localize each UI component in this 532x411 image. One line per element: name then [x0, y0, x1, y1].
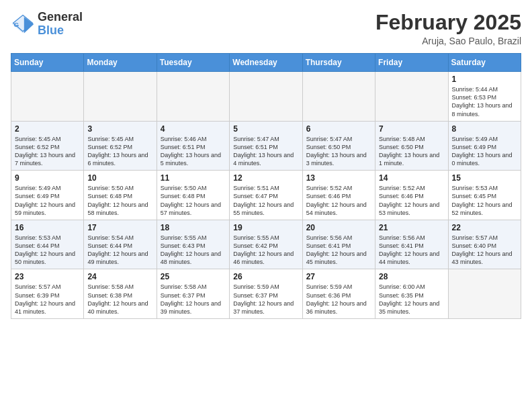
header: G General Blue February 2025 Aruja, Sao … — [11, 11, 521, 46]
day-cell: 24Sunrise: 5:58 AM Sunset: 6:38 PM Dayli… — [84, 269, 157, 319]
day-number: 7 — [379, 124, 444, 134]
day-cell: 14Sunrise: 5:52 AM Sunset: 6:46 PM Dayli… — [375, 171, 448, 220]
day-info: Sunrise: 5:50 AM Sunset: 6:48 PM Dayligh… — [87, 184, 152, 217]
svg-marker-1 — [24, 17, 34, 33]
day-cell: 3Sunrise: 5:45 AM Sunset: 6:52 PM Daylig… — [84, 121, 157, 171]
month-title: February 2025 — [375, 11, 521, 34]
day-cell: 16Sunrise: 5:53 AM Sunset: 6:44 PM Dayli… — [11, 220, 84, 269]
day-number: 21 — [379, 223, 444, 232]
weekday-header-saturday: Saturday — [448, 54, 521, 72]
day-info: Sunrise: 5:45 AM Sunset: 6:52 PM Dayligh… — [87, 135, 152, 168]
day-number: 15 — [452, 173, 517, 183]
day-info: Sunrise: 5:50 AM Sunset: 6:48 PM Dayligh… — [161, 184, 226, 217]
day-cell: 23Sunrise: 5:57 AM Sunset: 6:39 PM Dayli… — [11, 269, 84, 319]
day-info: Sunrise: 5:53 AM Sunset: 6:44 PM Dayligh… — [15, 234, 80, 267]
location: Aruja, Sao Paulo, Brazil — [375, 36, 521, 46]
day-number: 26 — [233, 272, 298, 281]
day-number: 10 — [87, 173, 152, 183]
day-cell: 15Sunrise: 5:53 AM Sunset: 6:45 PM Dayli… — [448, 171, 521, 220]
page: G General Blue February 2025 Aruja, Sao … — [0, 0, 532, 411]
day-info: Sunrise: 5:48 AM Sunset: 6:50 PM Dayligh… — [379, 135, 444, 168]
weekday-header-thursday: Thursday — [302, 54, 375, 72]
day-cell: 13Sunrise: 5:52 AM Sunset: 6:46 PM Dayli… — [302, 171, 375, 220]
day-cell: 11Sunrise: 5:50 AM Sunset: 6:48 PM Dayli… — [157, 171, 229, 220]
week-row-1: 1Sunrise: 5:44 AM Sunset: 6:53 PM Daylig… — [11, 72, 521, 122]
day-cell — [157, 72, 229, 122]
day-cell: 19Sunrise: 5:55 AM Sunset: 6:42 PM Dayli… — [230, 220, 302, 269]
day-number: 4 — [161, 124, 226, 134]
day-cell: 8Sunrise: 5:49 AM Sunset: 6:49 PM Daylig… — [448, 121, 521, 171]
day-info: Sunrise: 5:53 AM Sunset: 6:45 PM Dayligh… — [452, 184, 517, 217]
svg-text:G: G — [14, 20, 19, 28]
day-info: Sunrise: 6:00 AM Sunset: 6:35 PM Dayligh… — [379, 283, 444, 316]
weekday-header-tuesday: Tuesday — [157, 54, 229, 72]
day-number: 1 — [452, 75, 517, 84]
day-number: 23 — [15, 272, 80, 281]
day-cell: 26Sunrise: 5:59 AM Sunset: 6:37 PM Dayli… — [230, 269, 302, 319]
day-info: Sunrise: 5:46 AM Sunset: 6:51 PM Dayligh… — [161, 135, 226, 168]
weekday-header-friday: Friday — [375, 54, 448, 72]
day-info: Sunrise: 5:52 AM Sunset: 6:46 PM Dayligh… — [306, 184, 371, 217]
week-row-5: 23Sunrise: 5:57 AM Sunset: 6:39 PM Dayli… — [11, 269, 521, 319]
day-number: 3 — [87, 124, 152, 134]
day-cell — [230, 72, 302, 122]
calendar: SundayMondayTuesdayWednesdayThursdayFrid… — [11, 53, 521, 319]
day-info: Sunrise: 5:59 AM Sunset: 6:37 PM Dayligh… — [233, 283, 298, 316]
weekday-header-wednesday: Wednesday — [230, 54, 302, 72]
logo-text: General Blue — [38, 11, 83, 38]
day-cell: 1Sunrise: 5:44 AM Sunset: 6:53 PM Daylig… — [448, 72, 521, 122]
day-number: 16 — [15, 223, 80, 232]
day-number: 12 — [233, 173, 298, 183]
day-cell: 10Sunrise: 5:50 AM Sunset: 6:48 PM Dayli… — [84, 171, 157, 220]
day-info: Sunrise: 5:47 AM Sunset: 6:51 PM Dayligh… — [233, 135, 298, 168]
day-number: 28 — [379, 272, 444, 281]
weekday-header-row: SundayMondayTuesdayWednesdayThursdayFrid… — [11, 54, 521, 72]
day-number: 22 — [452, 223, 517, 232]
day-number: 27 — [306, 272, 371, 281]
day-cell: 12Sunrise: 5:51 AM Sunset: 6:47 PM Dayli… — [230, 171, 302, 220]
day-info: Sunrise: 5:58 AM Sunset: 6:37 PM Dayligh… — [161, 283, 226, 316]
day-number: 19 — [233, 223, 298, 232]
logo: G General Blue — [11, 11, 83, 38]
title-block: February 2025 Aruja, Sao Paulo, Brazil — [375, 11, 521, 46]
day-info: Sunrise: 5:52 AM Sunset: 6:46 PM Dayligh… — [379, 184, 444, 217]
day-cell: 6Sunrise: 5:47 AM Sunset: 6:50 PM Daylig… — [302, 121, 375, 171]
day-number: 2 — [15, 124, 80, 134]
day-cell — [302, 72, 375, 122]
day-cell: 27Sunrise: 5:59 AM Sunset: 6:36 PM Dayli… — [302, 269, 375, 319]
day-number: 14 — [379, 173, 444, 183]
day-info: Sunrise: 5:59 AM Sunset: 6:36 PM Dayligh… — [306, 283, 371, 316]
day-info: Sunrise: 5:57 AM Sunset: 6:40 PM Dayligh… — [452, 234, 517, 267]
day-number: 20 — [306, 223, 371, 232]
day-info: Sunrise: 5:56 AM Sunset: 6:41 PM Dayligh… — [379, 234, 444, 267]
logo-general-text: General — [38, 11, 83, 24]
day-cell: 5Sunrise: 5:47 AM Sunset: 6:51 PM Daylig… — [230, 121, 302, 171]
week-row-3: 9Sunrise: 5:49 AM Sunset: 6:49 PM Daylig… — [11, 171, 521, 220]
day-number: 11 — [161, 173, 226, 183]
day-info: Sunrise: 5:44 AM Sunset: 6:53 PM Dayligh… — [452, 85, 517, 118]
day-number: 5 — [233, 124, 298, 134]
day-cell: 25Sunrise: 5:58 AM Sunset: 6:37 PM Dayli… — [157, 269, 229, 319]
day-cell: 18Sunrise: 5:55 AM Sunset: 6:43 PM Dayli… — [157, 220, 229, 269]
day-info: Sunrise: 5:55 AM Sunset: 6:43 PM Dayligh… — [161, 234, 226, 267]
day-cell — [84, 72, 157, 122]
day-cell: 17Sunrise: 5:54 AM Sunset: 6:44 PM Dayli… — [84, 220, 157, 269]
week-row-2: 2Sunrise: 5:45 AM Sunset: 6:52 PM Daylig… — [11, 121, 521, 171]
day-number: 17 — [87, 223, 152, 232]
day-info: Sunrise: 5:51 AM Sunset: 6:47 PM Dayligh… — [233, 184, 298, 217]
day-cell — [375, 72, 448, 122]
day-info: Sunrise: 5:58 AM Sunset: 6:38 PM Dayligh… — [87, 283, 152, 316]
day-number: 25 — [161, 272, 226, 281]
day-info: Sunrise: 5:47 AM Sunset: 6:50 PM Dayligh… — [306, 135, 371, 168]
day-cell: 9Sunrise: 5:49 AM Sunset: 6:49 PM Daylig… — [11, 171, 84, 220]
day-number: 13 — [306, 173, 371, 183]
week-row-4: 16Sunrise: 5:53 AM Sunset: 6:44 PM Dayli… — [11, 220, 521, 269]
day-info: Sunrise: 5:55 AM Sunset: 6:42 PM Dayligh… — [233, 234, 298, 267]
day-info: Sunrise: 5:45 AM Sunset: 6:52 PM Dayligh… — [15, 135, 80, 168]
weekday-header-sunday: Sunday — [11, 54, 84, 72]
weekday-header-monday: Monday — [84, 54, 157, 72]
day-info: Sunrise: 5:57 AM Sunset: 6:39 PM Dayligh… — [15, 283, 80, 316]
day-number: 6 — [306, 124, 371, 134]
day-number: 24 — [87, 272, 152, 281]
day-cell — [448, 269, 521, 319]
